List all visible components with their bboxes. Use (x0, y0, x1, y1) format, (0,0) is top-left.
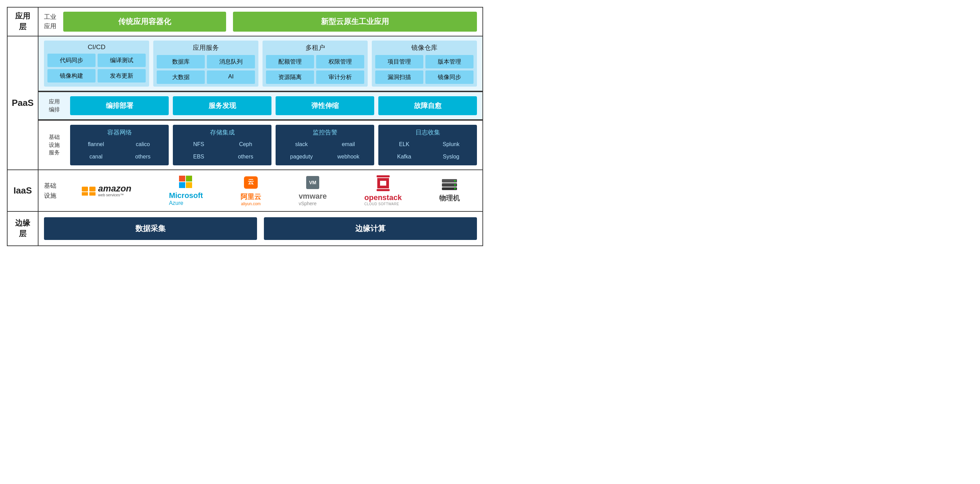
image-item-0: 项目管理 (375, 55, 423, 68)
tenant-item-0: 配额管理 (266, 55, 314, 68)
traditional-app-bar: 传统应用容器化 (63, 12, 226, 32)
azure-logo: Microsoft Azure (169, 175, 203, 206)
orch-bar-0: 编排部署 (70, 96, 169, 115)
iaas-row-inner: 基础 设施 (38, 170, 482, 211)
monitor-item-1: email (326, 139, 371, 150)
iaas-sublabel: 基础 设施 (44, 181, 56, 201)
orch-bar-2: 弹性伸缩 (275, 96, 374, 115)
openstack-text: openstack CLOUD SOFTWARE (364, 193, 402, 206)
vmware-name: vmware (299, 192, 327, 201)
iaas-layer-label: IaaS (7, 170, 38, 212)
storage-block: 存储集成 NFS Ceph EBS others (173, 125, 272, 166)
app-svc-item-2: 大数据 (157, 70, 205, 84)
app-services-items: 数据库 消息队列 大数据 AI (157, 55, 255, 84)
app-layer-content: 工业 应用 传统应用容器化 新型云原生工业应用 (38, 7, 483, 36)
iaas-content: 基础 设施 (38, 170, 483, 212)
cicd-item-3: 发布更新 (98, 69, 146, 83)
aliyun-logo: 云 阿里云 aliyun.com (240, 175, 261, 206)
tenant-item-2: 资源隔离 (266, 70, 314, 84)
image-repo-block: 镜像仓库 项目管理 版本管理 漏洞扫描 镜像同步 (372, 41, 477, 87)
storage-title: 存储集成 (176, 128, 268, 137)
svg-text:云: 云 (248, 178, 254, 185)
image-item-2: 漏洞扫描 (375, 70, 423, 84)
app-sublabel: 工业 应用 (44, 13, 56, 31)
monitoring-items: slack email pageduty webhook (279, 139, 371, 162)
physical-machine-logo: 物理机 (439, 178, 460, 203)
aliyun-en: aliyun.com (241, 201, 261, 206)
app-services-title: 应用服务 (157, 43, 255, 52)
edge-bars: 数据采集 边缘计算 (44, 217, 477, 240)
cicd-block: CI/CD 代码同步 编译测试 镜像构建 发布更新 (44, 41, 149, 87)
edge-bar-1: 边缘计算 (264, 217, 477, 240)
net-item-0: flannel (73, 139, 119, 150)
log-item-3: Syslog (429, 151, 474, 162)
monitor-item-0: slack (279, 139, 324, 150)
openstack-icon (377, 175, 390, 191)
app-svc-item-3: AI (207, 70, 255, 84)
infra-inner: 基础 设施 服务 容器网络 flannel calico canal other… (38, 120, 482, 169)
svg-rect-5 (179, 176, 185, 182)
orch-bar-3: 故障自愈 (378, 96, 477, 115)
svg-rect-4 (89, 192, 95, 196)
monitoring-block: 监控告警 slack email pageduty webhook (275, 125, 374, 166)
infra-row: 基础 设施 服务 容器网络 flannel calico canal other… (7, 119, 483, 170)
container-network-block: 容器网络 flannel calico canal others (70, 125, 169, 166)
svg-rect-8 (186, 182, 192, 188)
log-item-0: ELK (382, 139, 427, 150)
orchestration-row: 应用 编排 编排部署 服务发现 弹性伸缩 故障自愈 (7, 91, 483, 119)
iaas-logos: amazon web services™ (63, 175, 477, 206)
edge-layer-label: 边缘 层 (7, 212, 38, 246)
svg-rect-15 (377, 175, 390, 177)
amazon-text-block: amazon web services™ (98, 184, 132, 197)
vmware-logo: VM vmware vSphere (299, 175, 327, 206)
vmware-sub: vSphere (299, 201, 327, 206)
container-network-title: 容器网络 (73, 128, 165, 137)
monitoring-title: 监控告警 (279, 128, 371, 137)
net-item-1: calico (121, 139, 165, 150)
app-layer-label: 应用 层 (7, 7, 38, 36)
net-item-2: canal (73, 151, 119, 162)
storage-item-1: Ceph (223, 139, 268, 150)
storage-item-2: EBS (176, 151, 221, 162)
svg-rect-16 (377, 189, 390, 191)
app-layer-row: 应用 层 工业 应用 传统应用容器化 新型云原生工业应用 (7, 7, 483, 36)
logging-items: ELK Splunk Kafka Syslog (382, 139, 474, 162)
storage-items: NFS Ceph EBS others (176, 139, 268, 162)
infra-sublabel: 基础 设施 服务 (44, 125, 65, 166)
cicd-item-1: 编译测试 (98, 54, 146, 67)
app-svc-item-1: 消息队列 (207, 55, 255, 68)
paas-layer-label: PaaS (7, 36, 38, 170)
cloud-native-app-bar: 新型云原生工业应用 (233, 12, 477, 32)
svg-rect-6 (186, 176, 192, 182)
svg-rect-14 (380, 181, 386, 186)
monitor-item-2: pageduty (279, 151, 324, 162)
app-row-inner: 工业 应用 传统应用容器化 新型云原生工业应用 (38, 8, 482, 36)
image-item-3: 镜像同步 (425, 70, 474, 84)
multi-tenant-items: 配额管理 权限管理 资源隔离 审计分析 (266, 55, 364, 84)
edge-content: 数据采集 边缘计算 (38, 212, 483, 246)
multi-tenant-title: 多租户 (266, 43, 364, 52)
azure-icon (179, 175, 193, 188)
image-repo-items: 项目管理 版本管理 漏洞扫描 镜像同步 (375, 55, 474, 84)
paas-layer-row: PaaS CI/CD 代码同步 编译测试 镜像构建 发布更新 (7, 36, 483, 91)
infra-content: 基础 设施 服务 容器网络 flannel calico canal other… (38, 119, 483, 170)
openstack-name: openstack (364, 193, 402, 202)
logging-block: 日志收集 ELK Splunk Kafka Syslog (378, 125, 477, 166)
infra-blocks: 容器网络 flannel calico canal others 存储集成 NF… (70, 125, 477, 166)
edge-layer-row: 边缘 层 数据采集 边缘计算 (7, 212, 483, 246)
image-item-1: 版本管理 (425, 55, 474, 68)
paas-services-content: CI/CD 代码同步 编译测试 镜像构建 发布更新 应用服务 数据库 (38, 36, 483, 91)
svg-point-21 (454, 184, 456, 186)
openstack-logo: openstack CLOUD SOFTWARE (364, 175, 402, 206)
log-item-2: Kafka (382, 151, 427, 162)
container-network-items: flannel calico canal others (73, 139, 165, 162)
app-services-block: 应用服务 数据库 消息队列 大数据 AI (153, 41, 258, 87)
logging-title: 日志收集 (382, 128, 474, 137)
orchestration-content: 应用 编排 编排部署 服务发现 弹性伸缩 故障自愈 (38, 91, 483, 119)
storage-item-3: others (223, 151, 268, 162)
aliyun-icon: 云 (243, 175, 259, 190)
azure-sub: Azure (169, 200, 203, 206)
edge-row-inner: 数据采集 边缘计算 (38, 212, 482, 245)
log-item-1: Splunk (429, 139, 474, 150)
orch-bars: 编排部署 服务发现 弹性伸缩 故障自愈 (70, 96, 477, 115)
